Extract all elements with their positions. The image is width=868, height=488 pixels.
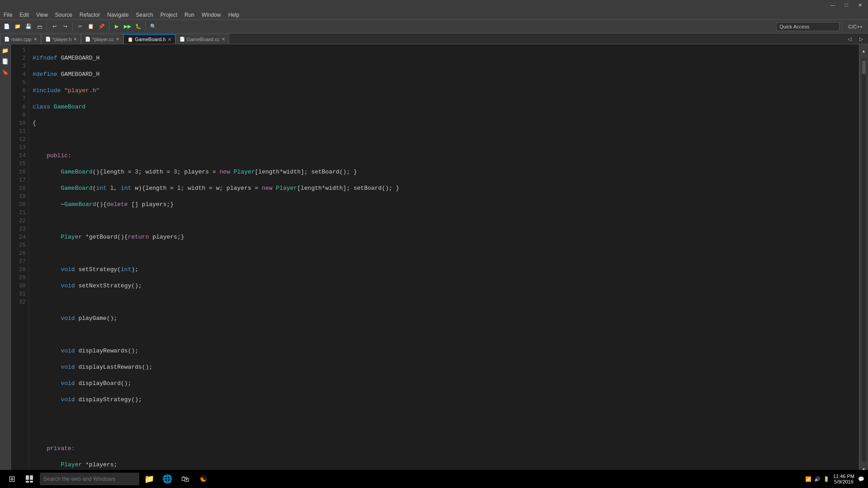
explorer-icon[interactable]: 📁 [141, 471, 157, 487]
menu-refactor[interactable]: Refactor [76, 11, 104, 19]
store-icon[interactable]: 🛍 [177, 471, 193, 487]
menu-view[interactable]: View [33, 11, 52, 19]
taskbar-time: 11:46 PM 5/9/2016 [833, 474, 854, 484]
maximize-button[interactable]: □ [840, 1, 853, 9]
open-btn[interactable]: 📁 [13, 22, 23, 32]
tray-network: 📶 [805, 476, 811, 482]
tab-label-main-cpp: main.cpp [11, 37, 32, 42]
redo-btn[interactable]: ↪ [60, 22, 70, 32]
tab-right-btn[interactable]: ▷ [856, 34, 866, 44]
tab-player-h[interactable]: 📄 *player.h ✕ [41, 34, 81, 44]
sep3 [109, 22, 109, 31]
taskbar: ⊞ 📁 🌐 🛍 ☯ 📶 🔊 🔋 11:46 PM 5/9/2016 💬 [0, 470, 868, 488]
save-btn[interactable]: 💾 [24, 22, 33, 32]
right-sidebar: ▲ ▼ [859, 44, 868, 476]
tab-label-gameboard-h: GameBoard.h [135, 37, 165, 42]
tab-label-player-cc: *player.cc [92, 37, 114, 42]
time-display: 11:46 PM [833, 474, 854, 479]
svg-rect-0 [26, 475, 29, 480]
taskbar-right: 📶 🔊 🔋 11:46 PM 5/9/2016 💬 [805, 474, 864, 484]
tray-volume: 🔊 [814, 476, 821, 482]
line-numbers: 1 2 3 4 5 6 7 8 9 10 11 12 13 14 15 16 1… [11, 44, 29, 470]
svg-rect-1 [30, 475, 33, 480]
start-button[interactable]: ⊞ [4, 471, 20, 487]
tab-close-player-cc[interactable]: ✕ [116, 37, 119, 42]
tab-player-cc[interactable]: 📄 *player.cc ✕ [81, 34, 123, 44]
tab-gameboard-cc[interactable]: 📄 GameBoard.cc ✕ [175, 34, 229, 44]
tab-close-main-cpp[interactable]: ✕ [33, 37, 37, 42]
tab-label-player-h: *player.h [52, 37, 72, 42]
taskview-button[interactable] [22, 471, 38, 487]
menu-source[interactable]: Source [52, 11, 76, 19]
new-file-btn[interactable]: 📄 [2, 22, 12, 32]
sidebar-project-icon[interactable]: 📁 [1, 46, 10, 55]
system-tray: 📶 🔊 🔋 [805, 476, 830, 482]
sep5 [842, 22, 842, 31]
titlebar: — □ ✕ [0, 0, 868, 10]
svg-rect-3 [30, 481, 33, 483]
tab-main-cpp[interactable]: 📄 main.cpp ✕ [0, 34, 41, 44]
menu-navigate[interactable]: Navigate [104, 11, 132, 19]
sidebar-bookmark-icon[interactable]: 🔖 [1, 68, 10, 77]
editor[interactable]: 1 2 3 4 5 6 7 8 9 10 11 12 13 14 15 16 1… [11, 44, 859, 470]
tab-close-player-h[interactable]: ✕ [73, 37, 77, 42]
tray-battery: 🔋 [823, 476, 830, 482]
tab-close-gameboard-cc[interactable]: ✕ [222, 37, 225, 42]
menu-file[interactable]: File [0, 11, 16, 19]
sep4 [146, 22, 146, 31]
svg-rect-2 [26, 481, 29, 483]
titlebar-buttons: — □ ✕ [826, 1, 866, 9]
copy-btn[interactable]: 📋 [86, 22, 96, 32]
date-display: 5/9/2016 [833, 479, 854, 484]
main-container: 📁 📑 🔖 1 2 3 4 5 6 7 8 9 10 11 12 13 14 1… [0, 44, 868, 476]
tabs-bar: 📄 main.cpp ✕ 📄 *player.h ✕ 📄 *player.cc … [0, 33, 868, 44]
menu-window[interactable]: Window [198, 11, 225, 19]
debug-btn[interactable]: 🐛 [133, 22, 143, 32]
sep2 [72, 22, 73, 31]
tab-label-gameboard-cc: GameBoard.cc [187, 37, 220, 42]
sidebar-outline-icon[interactable]: 📑 [1, 57, 10, 66]
quick-access-label: Quick Access [779, 24, 809, 29]
menu-search[interactable]: Search [132, 11, 157, 19]
menu-help[interactable]: Help [225, 11, 243, 19]
tab-left-btn[interactable]: ◁ [844, 34, 854, 44]
taskbar-search-input[interactable] [40, 473, 139, 485]
tab-icon-gameboard-h: 📋 [127, 37, 133, 42]
run-btn[interactable]: ▶▶ [123, 22, 132, 32]
notification-icon[interactable]: 💬 [858, 476, 864, 482]
menubar: File Edit View Source Refactor Navigate … [0, 10, 868, 20]
tab-controls: ◁ ▷ [843, 34, 868, 44]
tab-icon-gameboard-cc: 📄 [179, 37, 185, 42]
editor-area: 1 2 3 4 5 6 7 8 9 10 11 12 13 14 15 16 1… [11, 44, 859, 476]
toolbar: 📄 📁 💾 🗃 ↩ ↪ ✂ 📋 📌 ▶ ▶▶ 🐛 🔍 Quick Access … [0, 20, 868, 33]
sep1 [47, 22, 47, 31]
menu-edit[interactable]: Edit [16, 11, 33, 19]
cut-btn[interactable]: ✂ [75, 22, 85, 32]
left-sidebar: 📁 📑 🔖 [0, 44, 11, 476]
tab-gameboard-h[interactable]: 📋 GameBoard.h ✕ [123, 34, 175, 44]
minimize-button[interactable]: — [826, 1, 839, 9]
quick-access-box: Quick Access [776, 22, 840, 31]
undo-btn[interactable]: ↩ [49, 22, 59, 32]
vertical-scrollbar-thumb[interactable] [862, 61, 866, 74]
vertical-scrollbar-track[interactable] [862, 59, 866, 462]
build-btn[interactable]: ▶ [112, 22, 122, 32]
chrome-icon[interactable]: 🌐 [159, 471, 175, 487]
code-area[interactable]: #ifndef GAMEBOARD_H #define GAMEBOARD_H … [29, 44, 859, 470]
language-label: C/C++ [844, 24, 866, 29]
close-button[interactable]: ✕ [854, 1, 866, 9]
tab-icon-player-h: 📄 [45, 37, 51, 42]
menu-run[interactable]: Run [181, 11, 198, 19]
search-btn[interactable]: 🔍 [148, 22, 158, 32]
menu-project[interactable]: Project [157, 11, 181, 19]
paste-btn[interactable]: 📌 [97, 22, 107, 32]
tab-icon-main-cpp: 📄 [4, 37, 9, 42]
scroll-up-btn[interactable]: ▲ [859, 46, 868, 56]
tab-icon-player-cc: 📄 [85, 37, 90, 42]
tab-close-gameboard-h[interactable]: ✕ [168, 37, 171, 42]
save-all-btn[interactable]: 🗃 [34, 22, 44, 32]
eclipse-icon[interactable]: ☯ [195, 471, 212, 487]
